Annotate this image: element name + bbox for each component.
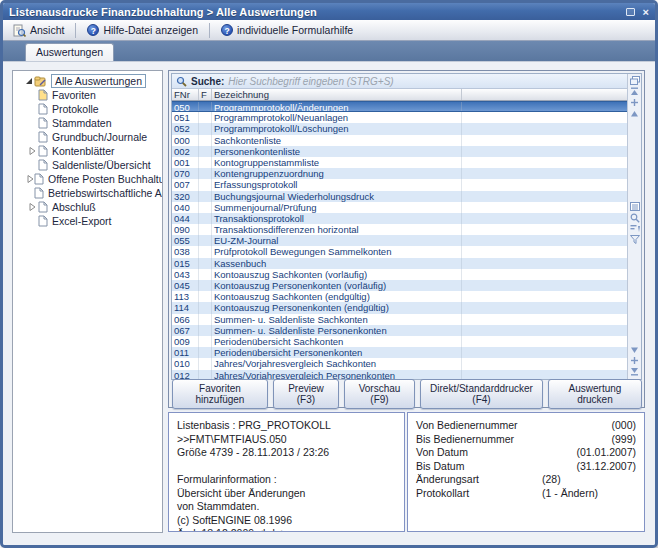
cell-empty[interactable] [462, 325, 627, 336]
table-row[interactable]: 044 Transaktionsprotokoll [172, 213, 627, 224]
search-in-list-icon[interactable] [630, 213, 640, 222]
cell-fnr[interactable]: 011 [172, 347, 199, 358]
close-icon[interactable]: × [642, 7, 649, 17]
cell-f[interactable] [199, 280, 212, 291]
cell-f[interactable] [199, 157, 212, 168]
column-header-fnr[interactable]: FNr [172, 89, 199, 100]
cell-bezeichnung[interactable]: Kontoauszug Personenkonten (endgültig) [212, 302, 462, 313]
table-row[interactable]: 002 Personenkontenliste [172, 146, 627, 157]
cell-empty[interactable] [462, 135, 627, 146]
cell-empty[interactable] [462, 224, 627, 235]
cell-empty[interactable] [462, 336, 627, 347]
cell-fnr[interactable]: 040 [172, 202, 199, 213]
cell-f[interactable] [199, 246, 212, 257]
cell-f[interactable] [199, 135, 212, 146]
tree-item[interactable]: Favoriten [13, 88, 162, 102]
cell-bezeichnung[interactable]: Kontoauszug Sachkonten (vorläufig) [212, 269, 462, 280]
sort-icon[interactable] [630, 224, 640, 233]
cell-empty[interactable] [462, 246, 627, 257]
cell-f[interactable] [199, 235, 212, 246]
cell-empty[interactable] [462, 168, 627, 179]
cell-empty[interactable] [462, 280, 627, 291]
cell-f[interactable] [199, 269, 212, 280]
cell-f[interactable] [199, 213, 212, 224]
table-row[interactable]: 011 Periodenübersicht Personenkonten [172, 347, 627, 358]
cell-bezeichnung[interactable]: Kontengruppenzuordnung [212, 168, 462, 179]
cell-fnr[interactable]: 007 [172, 179, 199, 190]
cell-bezeichnung[interactable]: EU-ZM-Journal [212, 235, 462, 246]
scroll-page-down-icon[interactable] [630, 356, 640, 365]
table-row[interactable]: 001 Kontogruppenstammliste [172, 157, 627, 168]
table-row[interactable]: 007 Erfassungsprotokoll [172, 179, 627, 190]
cell-fnr[interactable]: 070 [172, 168, 199, 179]
cell-fnr[interactable]: 051 [172, 112, 199, 123]
table-row[interactable]: 045 Kontoauszug Personenkonten (vorläufi… [172, 280, 627, 291]
table-row[interactable]: 000 Sachkontenliste [172, 135, 627, 146]
cell-fnr[interactable]: 055 [172, 235, 199, 246]
cell-f[interactable] [199, 336, 212, 347]
cell-f[interactable] [199, 347, 212, 358]
cell-empty[interactable] [462, 347, 627, 358]
tree-item-label[interactable]: Protokolle [52, 103, 99, 115]
search-input[interactable] [228, 76, 623, 87]
cell-fnr[interactable]: 050 [172, 102, 199, 111]
action-button[interactable]: Direkt/Standarddrucker (F4) [420, 379, 543, 409]
tree-item[interactable]: Saldenliste/Übersicht [13, 158, 162, 172]
table-row[interactable]: 070 Kontengruppenzuordnung [172, 168, 627, 179]
table-row[interactable]: 066 Summen- u. Saldenliste Sachkonten [172, 314, 627, 325]
cell-f[interactable] [199, 191, 212, 202]
tree-item-label[interactable]: Abschluß [52, 201, 96, 213]
cell-f[interactable] [199, 102, 212, 111]
table-row[interactable]: 055 EU-ZM-Journal [172, 235, 627, 246]
table-row[interactable]: 067 Summen- u. Saldenliste Personenkonte… [172, 325, 627, 336]
cell-fnr[interactable]: 045 [172, 280, 199, 291]
cell-f[interactable] [199, 302, 212, 313]
cell-bezeichnung[interactable]: Programmprotokoll/Änderungen [212, 102, 462, 111]
table-row[interactable]: 051 Programmprotokoll/Neuanlagen [172, 112, 627, 123]
cell-bezeichnung[interactable]: Summen- u. Saldenliste Personenkonten [212, 325, 462, 336]
tree-expanded-icon[interactable] [23, 77, 34, 85]
cell-f[interactable] [199, 112, 212, 123]
table-row[interactable]: 050 Programmprotokoll/Änderungen [172, 101, 627, 112]
scroll-down-icon[interactable] [630, 345, 640, 354]
cell-bezeichnung[interactable]: Transaktionsdifferenzen horizontal [212, 224, 462, 235]
table-row[interactable]: 012 Jahres/Vorjahresvergleich Personenko… [172, 370, 627, 380]
cell-empty[interactable] [462, 269, 627, 280]
tree-item-label[interactable]: Stammdaten [52, 117, 112, 129]
tree-collapsed-icon[interactable] [27, 189, 34, 197]
scroll-up-icon[interactable] [630, 109, 640, 118]
cell-empty[interactable] [462, 102, 627, 111]
cell-empty[interactable] [462, 213, 627, 224]
table-row[interactable]: 052 Programmprotokoll/Löschungen [172, 123, 627, 134]
table-row[interactable]: 114 Kontoauszug Personenkonten (endgülti… [172, 302, 627, 313]
table-row[interactable]: 009 Periodenübersicht Sachkonten [172, 336, 627, 347]
table-row[interactable]: 320 Buchungsjournal Wiederholungsdruck [172, 191, 627, 202]
cell-f[interactable] [199, 370, 212, 380]
cell-fnr[interactable]: 052 [172, 123, 199, 134]
tree-collapsed-icon[interactable] [27, 161, 38, 169]
cell-fnr[interactable]: 012 [172, 370, 199, 380]
cell-fnr[interactable]: 090 [172, 224, 199, 235]
table-row[interactable]: 040 Summenjournal/Prüfung [172, 202, 627, 213]
cell-fnr[interactable]: 044 [172, 213, 199, 224]
tree-item[interactable]: Offene Posten Buchhaltung [13, 172, 162, 186]
cell-fnr[interactable]: 066 [172, 314, 199, 325]
tree-item[interactable]: Protokolle [13, 102, 162, 116]
tree-item-label[interactable]: Betriebswirtschaftliche Auswertungen [48, 187, 163, 199]
cell-fnr[interactable]: 038 [172, 246, 199, 257]
tree-collapsed-icon[interactable] [27, 203, 38, 211]
form-help-button[interactable]: ? individuelle Formularhilfe [215, 22, 359, 38]
cell-bezeichnung[interactable]: Sachkontenliste [212, 135, 462, 146]
cell-fnr[interactable]: 114 [172, 302, 199, 313]
table-row[interactable]: 113 Kontoauszug Sachkonten (endgültig) [172, 291, 627, 302]
cell-fnr[interactable]: 000 [172, 135, 199, 146]
cell-f[interactable] [199, 258, 212, 269]
cell-fnr[interactable]: 043 [172, 269, 199, 280]
cell-f[interactable] [199, 314, 212, 325]
cell-empty[interactable] [462, 358, 627, 369]
cell-empty[interactable] [462, 157, 627, 168]
tree-item[interactable]: Stammdaten [13, 116, 162, 130]
tree-item[interactable]: Kontenblätter [13, 144, 162, 158]
tree-collapsed-icon[interactable] [27, 91, 38, 99]
cell-bezeichnung[interactable]: Summen- u. Saldenliste Sachkonten [212, 314, 462, 325]
